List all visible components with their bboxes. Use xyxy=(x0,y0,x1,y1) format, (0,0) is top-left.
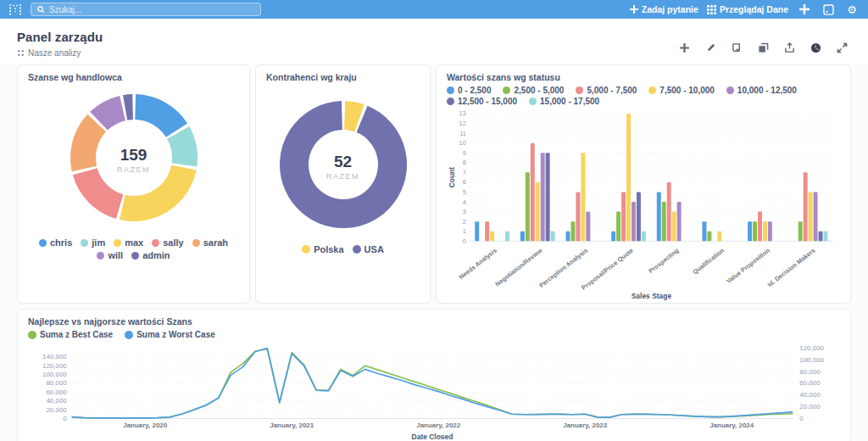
bar[interactable] xyxy=(626,114,631,241)
bar[interactable] xyxy=(566,232,570,242)
legend-item[interactable]: max xyxy=(114,237,143,248)
bar[interactable] xyxy=(490,232,494,242)
bar[interactable] xyxy=(717,232,721,242)
legend-item[interactable]: sarah xyxy=(192,237,228,248)
bar[interactable] xyxy=(621,192,626,241)
bar[interactable] xyxy=(758,212,762,242)
bar[interactable] xyxy=(551,232,555,242)
bar[interactable] xyxy=(677,202,682,241)
bar[interactable] xyxy=(707,232,711,242)
bookmark-icon[interactable] xyxy=(731,42,743,53)
bar[interactable] xyxy=(475,221,479,241)
tick-label: January, 2024 xyxy=(709,421,754,429)
bar[interactable] xyxy=(536,182,540,241)
card-best-vs-worst: Najlepsze vs najgorsze wartości Szans Su… xyxy=(17,309,851,441)
line-chart-svg: 020,00040,00060,00080,000100,000120,0001… xyxy=(28,341,840,441)
card-title[interactable]: Wartości szans wg statusu xyxy=(447,72,840,82)
search-box[interactable] xyxy=(31,3,261,16)
bar[interactable] xyxy=(570,221,575,241)
bar[interactable] xyxy=(546,153,550,241)
pie-slice-admin[interactable] xyxy=(125,107,132,108)
bar[interactable] xyxy=(809,192,813,241)
pie-slice-Polska[interactable] xyxy=(344,115,359,118)
line-series[interactable] xyxy=(72,349,793,418)
card-title[interactable]: Szanse wg handlowca xyxy=(28,72,239,82)
legend-item[interactable]: Polska xyxy=(302,244,343,254)
bar[interactable] xyxy=(541,153,545,241)
legend-item[interactable]: sally xyxy=(152,237,183,248)
bar[interactable] xyxy=(520,232,525,242)
bar[interactable] xyxy=(581,153,585,241)
bar[interactable] xyxy=(531,143,535,242)
bar[interactable] xyxy=(702,221,706,241)
bar[interactable] xyxy=(753,221,757,241)
pie-slice-chris[interactable] xyxy=(135,107,176,131)
line-series[interactable] xyxy=(72,349,793,418)
pie-slice-jim[interactable] xyxy=(178,132,185,165)
bar[interactable] xyxy=(798,221,803,241)
search-input[interactable] xyxy=(49,5,254,14)
bar[interactable] xyxy=(657,192,661,241)
pie-slice-sarah[interactable] xyxy=(83,123,97,169)
legend-item[interactable]: 2,500 - 5,000 xyxy=(503,86,564,95)
legend-item[interactable]: 7,500 - 10,000 xyxy=(648,86,715,95)
card-title[interactable]: Najlepsze vs najgorsze wartości Szans xyxy=(28,316,840,327)
bar[interactable] xyxy=(672,212,676,242)
tick-label: 140,000 xyxy=(42,353,67,360)
legend-item[interactable]: will xyxy=(97,250,123,260)
breadcrumb[interactable]: Nasze analizy xyxy=(17,48,103,58)
legend-label: Suma z Worst Case xyxy=(136,330,215,339)
pie-slice-max[interactable] xyxy=(122,168,183,209)
bar[interactable] xyxy=(814,192,818,241)
card-title[interactable]: Kontrahenci wg kraju xyxy=(266,72,420,82)
moon-icon[interactable] xyxy=(810,42,821,53)
bar[interactable] xyxy=(642,232,646,242)
bar[interactable] xyxy=(611,232,615,242)
bar[interactable] xyxy=(819,232,823,242)
gear-icon[interactable]: ⚙ xyxy=(844,2,860,17)
pie-slice-will[interactable] xyxy=(98,109,122,121)
legend-item[interactable]: 0 - 2,500 xyxy=(447,86,491,95)
tick-label: 0 xyxy=(463,237,466,245)
bar[interactable] xyxy=(824,232,828,242)
bar[interactable] xyxy=(632,202,636,241)
tick-label: 20,000 xyxy=(799,403,821,410)
legend-dot xyxy=(726,87,734,94)
bar[interactable] xyxy=(667,182,671,241)
legend-item[interactable]: admin xyxy=(131,250,170,260)
new-question-button[interactable]: Zadaj pytanie xyxy=(630,4,698,14)
legend-item[interactable]: USA xyxy=(353,244,384,254)
legend-item[interactable]: Suma z Best Case xyxy=(28,330,113,339)
bar[interactable] xyxy=(768,221,772,241)
pie-slice-sally[interactable] xyxy=(85,171,120,206)
browse-data-button[interactable]: Przeglądaj Dane xyxy=(707,4,788,14)
bar[interactable] xyxy=(637,192,641,241)
bar[interactable] xyxy=(662,202,666,241)
legend-item[interactable]: 15,000 - 17,500 xyxy=(529,97,599,106)
edit-icon[interactable] xyxy=(704,42,716,53)
add-icon[interactable] xyxy=(797,2,812,17)
bar[interactable] xyxy=(576,192,580,241)
legend-item[interactable]: 12,500 - 15,000 xyxy=(447,97,517,106)
legend-item[interactable]: jim xyxy=(81,237,105,248)
legend-item[interactable]: chris xyxy=(39,237,72,248)
bar[interactable] xyxy=(505,232,509,242)
add-card-icon[interactable] xyxy=(678,42,690,53)
legend-item[interactable]: Suma z Worst Case xyxy=(125,330,215,339)
bar[interactable] xyxy=(586,212,590,242)
duplicate-icon[interactable] xyxy=(757,42,769,53)
metabase-logo-icon[interactable] xyxy=(8,3,22,16)
bar[interactable] xyxy=(804,172,808,241)
bar[interactable] xyxy=(485,221,489,241)
legend-item[interactable]: 10,000 - 12,500 xyxy=(726,86,797,95)
bar[interactable] xyxy=(616,212,620,242)
x-axis-title: Sales Stage xyxy=(632,292,672,300)
bar[interactable] xyxy=(763,221,767,241)
bar[interactable] xyxy=(526,172,530,241)
donut-total: 52 xyxy=(326,153,359,171)
bar[interactable] xyxy=(748,221,752,241)
share-icon[interactable] xyxy=(783,42,795,53)
panel-icon[interactable] xyxy=(821,2,836,17)
legend-item[interactable]: 5,000 - 7,500 xyxy=(576,86,637,95)
fullscreen-icon[interactable] xyxy=(836,42,848,53)
